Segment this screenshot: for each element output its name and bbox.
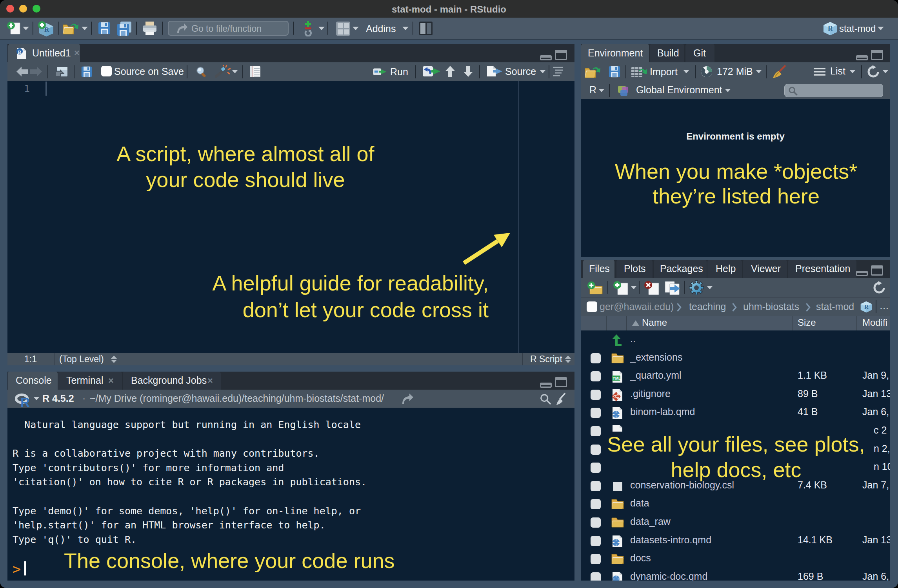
file-checkbox[interactable]	[591, 572, 601, 581]
version-control-button[interactable]	[304, 21, 313, 36]
file-name[interactable]: dynamic-doc.qmd	[630, 571, 707, 581]
file-row[interactable]: dynamic-doc.qmd 169 B Jan 6,	[581, 568, 890, 581]
file-checkbox[interactable]	[591, 426, 601, 436]
breadcrumb-stat-mod[interactable]: stat-mod	[816, 301, 854, 312]
tab-terminal-close-icon[interactable]: ×	[108, 375, 114, 386]
tab-presentation[interactable]: Presentation	[788, 260, 856, 278]
editor-save-button[interactable]	[81, 66, 93, 78]
file-checkbox[interactable]	[591, 445, 601, 455]
file-name[interactable]: _extensions	[630, 352, 682, 363]
file-row[interactable]: data_raw	[581, 513, 890, 532]
editor-tab-close-icon[interactable]: ×	[74, 47, 80, 58]
tab-files[interactable]: Files	[583, 260, 614, 278]
compile-report-button[interactable]	[249, 65, 261, 78]
tab-background-jobs-close-icon[interactable]: ×	[207, 375, 213, 386]
back-button[interactable]	[16, 66, 29, 77]
breadcrumb-teaching[interactable]: teaching	[689, 301, 726, 312]
version-control-caret[interactable]	[318, 27, 325, 30]
tab-background-jobs[interactable]: Background Jobs ×	[123, 372, 221, 390]
column-modified[interactable]: Modifi	[862, 317, 887, 328]
new-project-button[interactable]: R	[38, 21, 55, 36]
file-checkbox[interactable]	[591, 499, 601, 509]
file-checkbox[interactable]	[591, 371, 601, 381]
pane-layout-button[interactable]	[336, 21, 351, 36]
file-name[interactable]: data	[630, 497, 649, 509]
global-environment-caret[interactable]	[725, 89, 731, 92]
file-row[interactable]: docs	[581, 550, 890, 568]
file-checkbox[interactable]	[591, 353, 601, 363]
maximize-pane-icon[interactable]	[871, 265, 883, 276]
print-button[interactable]	[142, 21, 158, 36]
file-name[interactable]: data_raw	[630, 516, 671, 527]
code-tools-caret[interactable]	[232, 70, 238, 73]
engine-caret[interactable]	[599, 89, 604, 92]
console-search-icon[interactable]	[540, 393, 551, 405]
breadcrumb-uhm-biostats[interactable]: uhm-biostats	[743, 301, 799, 312]
editor-tab-untitled1[interactable]: R Untitled1 ×	[8, 44, 80, 62]
refresh-environment-button[interactable]	[867, 65, 880, 78]
import-caret[interactable]	[683, 70, 689, 73]
more-file-commands-button[interactable]	[689, 280, 704, 295]
open-in-new-window-button[interactable]	[55, 66, 68, 77]
goto-directory-icon[interactable]	[402, 394, 413, 404]
addins-button[interactable]: Addins	[366, 23, 396, 34]
tab-environment[interactable]: Environment	[581, 44, 649, 62]
file-row[interactable]: ..	[581, 330, 890, 349]
find-replace-button[interactable]	[195, 66, 208, 78]
engine-selector[interactable]: R	[589, 84, 596, 96]
document-outline-button[interactable]	[552, 66, 564, 76]
tab-help[interactable]: Help	[707, 260, 742, 278]
file-checkbox[interactable]	[591, 517, 601, 528]
file-checkbox[interactable]	[591, 408, 601, 418]
panes-button[interactable]	[419, 21, 433, 36]
save-button[interactable]	[98, 22, 111, 35]
tab-terminal[interactable]: Terminal ×	[58, 372, 122, 390]
file-checkbox[interactable]	[591, 481, 601, 491]
tab-console[interactable]: Console	[8, 372, 58, 390]
go-next-section-button[interactable]	[463, 65, 473, 77]
addins-caret[interactable]	[402, 27, 409, 30]
pane-layout-caret[interactable]	[353, 27, 359, 30]
file-name[interactable]: ..	[630, 333, 636, 345]
tab-git[interactable]: Git	[685, 44, 714, 62]
environment-search-input[interactable]	[784, 84, 883, 97]
file-row[interactable]: data	[581, 495, 890, 513]
clear-console-icon[interactable]	[555, 392, 569, 406]
file-name[interactable]: docs	[630, 552, 651, 564]
file-name[interactable]: datasets-intro.qmd	[630, 534, 711, 546]
r-version-caret[interactable]	[34, 397, 39, 400]
source-caret[interactable]	[540, 70, 545, 73]
refresh-files-button[interactable]	[873, 281, 886, 294]
tab-packages[interactable]: Packages	[654, 260, 707, 278]
maximize-pane-icon[interactable]	[555, 377, 567, 387]
tab-plots[interactable]: Plots	[616, 260, 653, 278]
clear-objects-button[interactable]	[771, 65, 787, 79]
file-row[interactable]: datasets-intro.qmd 14.1 KB Jan 13,	[581, 532, 890, 550]
file-checkbox[interactable]	[591, 463, 601, 473]
rerun-button[interactable]	[422, 66, 441, 77]
rename-file-button[interactable]	[664, 281, 682, 296]
refresh-environment-caret[interactable]	[883, 70, 888, 73]
new-file-caret[interactable]	[23, 27, 29, 30]
forward-button[interactable]	[30, 66, 42, 77]
maximize-pane-icon[interactable]	[871, 50, 883, 60]
project-caret[interactable]	[878, 27, 884, 30]
memory-caret[interactable]	[756, 70, 762, 73]
file-name[interactable]: _quarto.yml	[630, 370, 682, 381]
save-workspace-button[interactable]	[608, 65, 621, 78]
tab-viewer[interactable]: Viewer	[743, 260, 787, 278]
new-blank-file-button[interactable]	[613, 281, 629, 296]
file-row[interactable]: _extensions	[581, 349, 890, 367]
file-row[interactable]: YML _quarto.yml 1.1 KB Jan 9,	[581, 367, 890, 385]
file-name[interactable]: .gitignore	[630, 388, 671, 399]
code-tools-button[interactable]	[215, 65, 231, 80]
column-name[interactable]: Name	[642, 317, 667, 328]
minimize-pane-icon[interactable]	[856, 271, 868, 276]
goto-file-search[interactable]: Go to file/function	[168, 21, 289, 36]
file-checkbox[interactable]	[591, 554, 601, 564]
tab-build[interactable]: Build	[650, 44, 684, 62]
source-on-save-checkbox[interactable]	[101, 66, 112, 76]
delete-file-button[interactable]	[644, 281, 660, 296]
file-row[interactable]: .gitignore 89 B Jan 13,	[581, 385, 890, 404]
go-previous-section-button[interactable]	[445, 65, 455, 77]
